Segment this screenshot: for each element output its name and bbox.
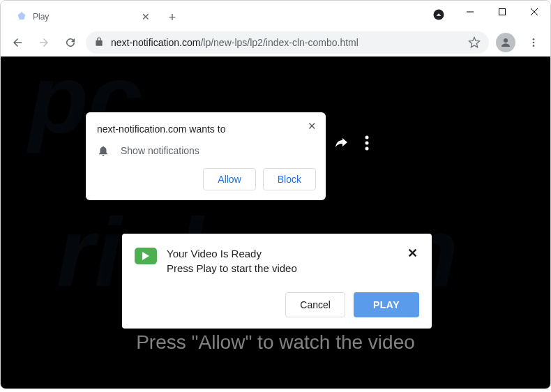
svg-point-8 — [533, 42, 535, 44]
reload-button[interactable] — [59, 31, 82, 54]
new-tab-button[interactable]: + — [163, 8, 182, 27]
svg-marker-0 — [18, 12, 26, 20]
forward-button[interactable] — [33, 31, 55, 54]
profile-avatar[interactable] — [496, 33, 515, 52]
modal-text: Your Video Is Ready Press Play to start … — [167, 246, 297, 276]
svg-point-11 — [365, 142, 369, 145]
window-close-button[interactable] — [518, 1, 550, 23]
bell-icon — [97, 144, 110, 157]
window-minimize-button[interactable] — [454, 1, 486, 23]
svg-point-7 — [533, 38, 535, 40]
video-more-icon[interactable] — [365, 135, 369, 153]
svg-rect-3 — [499, 9, 506, 15]
tab-title: Play — [33, 12, 135, 22]
bookmark-star-icon[interactable] — [468, 36, 481, 49]
browser-tab[interactable]: Play ✕ — [6, 5, 160, 29]
modal-subtitle: Press Play to start the video — [167, 261, 297, 276]
background-message: Press "Allow" to watch the video — [1, 331, 550, 354]
block-button[interactable]: Block — [263, 168, 316, 190]
tab-favicon — [16, 11, 27, 22]
permission-prompt-text: next-notification.com wants to — [97, 123, 225, 135]
svg-point-10 — [365, 136, 369, 140]
svg-point-6 — [504, 38, 508, 43]
permission-request-text: Show notifications — [121, 145, 199, 156]
incognito-icon — [432, 8, 446, 22]
browser-menu-button[interactable] — [522, 31, 545, 54]
lock-icon — [94, 37, 105, 48]
play-button[interactable]: PLAY — [354, 292, 419, 317]
address-bar[interactable]: next-notification.com/lp/new-lps/lp2/ind… — [86, 31, 489, 54]
share-icon[interactable] — [333, 135, 349, 154]
back-button[interactable] — [6, 31, 29, 54]
url-text: next-notification.com/lp/new-lps/lp2/ind… — [111, 37, 462, 48]
permission-close-icon[interactable]: ✕ — [303, 118, 320, 135]
video-ready-modal: Your Video Is Ready Press Play to start … — [122, 234, 432, 329]
svg-point-9 — [533, 45, 535, 47]
play-icon — [135, 248, 157, 264]
modal-title: Your Video Is Ready — [167, 246, 297, 261]
window-titlebar: Play ✕ + — [1, 1, 550, 29]
notification-permission-popup: next-notification.com wants to ✕ Show no… — [86, 112, 326, 200]
tab-close-icon[interactable]: ✕ — [140, 11, 151, 22]
cancel-button[interactable]: Cancel — [285, 292, 345, 317]
browser-toolbar: next-notification.com/lp/new-lps/lp2/ind… — [1, 29, 550, 56]
page-content: pc risk.com Press "Allow" to watch the v… — [1, 56, 550, 389]
modal-close-icon[interactable]: ✕ — [404, 245, 421, 262]
allow-button[interactable]: Allow — [203, 168, 255, 190]
window-maximize-button[interactable] — [486, 1, 518, 23]
svg-point-12 — [365, 147, 369, 151]
